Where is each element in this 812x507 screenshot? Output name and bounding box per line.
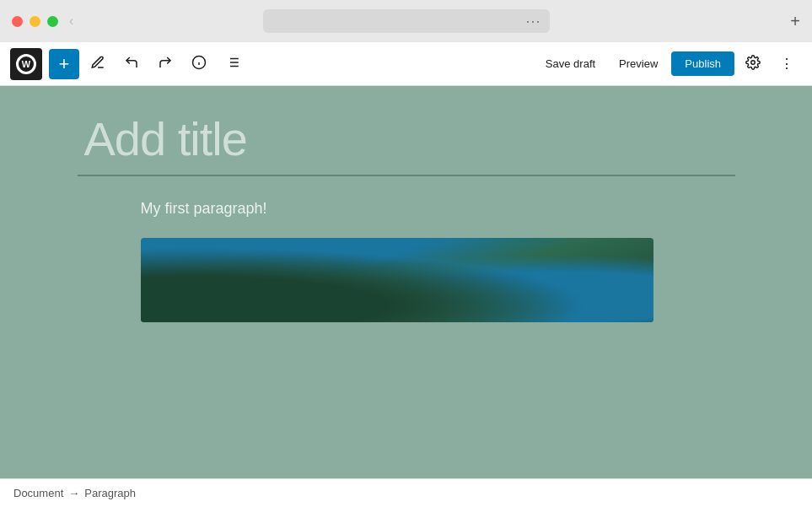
editor-toolbar: + — [0, 42, 812, 86]
wordpress-logo[interactable] — [10, 48, 42, 80]
more-icon: ⋮ — [780, 56, 793, 72]
preview-button[interactable]: Preview — [609, 52, 668, 75]
add-block-button[interactable]: + — [49, 49, 79, 79]
undo-button[interactable] — [116, 49, 147, 79]
wp-logo-icon — [16, 54, 36, 74]
publish-button[interactable]: Publish — [671, 51, 734, 76]
pen-icon — [90, 55, 105, 73]
fullscreen-button[interactable] — [47, 16, 58, 27]
status-paragraph[interactable]: Paragraph — [84, 487, 136, 499]
more-options-button[interactable]: ⋮ — [772, 49, 802, 79]
new-tab-button[interactable]: + — [790, 12, 800, 31]
save-draft-button[interactable]: Save draft — [535, 52, 605, 75]
svg-point-9 — [751, 60, 756, 64]
status-arrow: → — [68, 487, 79, 499]
address-dots: ··· — [525, 13, 540, 30]
address-bar[interactable]: ··· — [263, 9, 550, 33]
nav-controls: ‹ — [66, 12, 77, 30]
editor-canvas: Add title My first paragraph! — [78, 111, 735, 478]
minimize-button[interactable] — [30, 16, 40, 27]
title-bar: ‹ ··· + — [0, 0, 812, 42]
info-button[interactable] — [184, 49, 214, 79]
title-placeholder[interactable]: Add title — [78, 111, 735, 166]
redo-icon — [158, 55, 173, 73]
settings-button[interactable] — [738, 49, 768, 79]
image-block[interactable] — [141, 238, 653, 322]
back-button[interactable]: ‹ — [66, 12, 77, 30]
undo-icon — [124, 55, 139, 73]
paragraph-block[interactable]: My first paragraph! — [78, 200, 735, 218]
redo-button[interactable] — [150, 49, 180, 79]
editor-area: Add title My first paragraph! — [0, 86, 812, 478]
close-button[interactable] — [12, 16, 23, 27]
status-bar: Document → Paragraph — [0, 478, 812, 507]
pen-tool-button[interactable] — [83, 49, 113, 79]
info-icon — [191, 55, 207, 73]
status-document[interactable]: Document — [13, 487, 63, 499]
title-divider — [78, 175, 735, 176]
list-icon — [225, 55, 240, 73]
gear-icon — [745, 55, 761, 73]
list-view-button[interactable] — [218, 49, 248, 79]
traffic-lights — [12, 16, 58, 27]
image-leaves — [141, 238, 653, 322]
